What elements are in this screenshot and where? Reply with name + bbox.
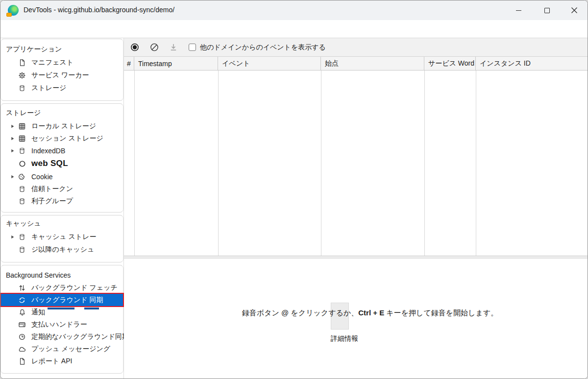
item-label: セッション ストレージ — [31, 134, 103, 143]
expander-arrow-icon[interactable] — [10, 148, 18, 153]
item-label: プッシュ メッセージング — [31, 345, 110, 354]
sidebar-section-1: ストレージローカル ストレージセッション ストレージIndexedDBweb S… — [0, 103, 123, 213]
sidebar-item-background-sync[interactable]: バックグラウンド 同期 — [1, 294, 123, 306]
show-other-domains-label: 他のドメインからのイベントを表示する — [200, 43, 326, 52]
column-divider — [476, 71, 476, 256]
record-hint-pane: 録音ボタン @ をクリックするか、Ctrl + E キーを押して録音を開始します… — [124, 259, 588, 379]
minimize-button[interactable] — [507, 0, 530, 20]
section-header: Background Services — [1, 265, 123, 282]
download-button[interactable] — [169, 43, 178, 52]
item-label: サービス ワーカー — [31, 71, 89, 80]
sidebar-item-manifest[interactable]: マニフェスト — [1, 56, 123, 69]
database-icon — [18, 185, 26, 193]
title-bar: DevTools - wicg.github.io/background-syn… — [0, 0, 588, 20]
sidebar-item-web-sql[interactable]: web SQL — [1, 157, 123, 170]
sidebar-item-indexeddb[interactable]: IndexedDB — [1, 144, 123, 157]
document-icon — [18, 357, 26, 365]
sidebar-item-payment-handler[interactable]: 支払いハンドラー — [1, 318, 123, 331]
item-label: 支払いハンドラー — [31, 320, 87, 329]
item-label: web SQL — [31, 159, 68, 168]
database-icon — [18, 233, 26, 241]
close-button[interactable] — [563, 0, 586, 20]
sidebar-item-background-fetch[interactable]: バックグラウンド フェッチ — [1, 282, 123, 294]
sidebar-item-reporting-api[interactable]: レポート API — [1, 355, 123, 367]
document-icon — [18, 59, 26, 67]
column-header-event[interactable]: イベント — [218, 57, 321, 70]
column-header-origin[interactable]: 始点 — [321, 57, 424, 70]
bell-icon — [18, 308, 26, 316]
database-icon — [18, 246, 26, 254]
clear-icon — [150, 43, 159, 52]
updown-arrows-icon — [18, 284, 26, 292]
item-label: ローカル ストレージ — [31, 122, 96, 131]
sidebar-item-trust-tokens[interactable]: 信頼トークン — [1, 183, 123, 195]
events-table-body — [124, 71, 588, 256]
clock-icon — [18, 333, 26, 341]
show-other-domains-checkbox[interactable] — [189, 44, 196, 51]
column-header-instance-id[interactable]: インスタンス ID — [476, 57, 588, 70]
section-header: アプリケーション — [1, 39, 123, 56]
item-label: ジ以降のキャッシュ — [31, 245, 94, 254]
database-icon — [18, 147, 26, 155]
column-divider — [321, 71, 321, 256]
sidebar-item-push-messaging[interactable]: プッシュ メッセージング — [1, 343, 123, 355]
maximize-button[interactable] — [536, 0, 558, 20]
window-title: DevTools - wicg.github.io/background-syn… — [24, 6, 174, 14]
item-label: キャッシュ ストレー — [31, 233, 97, 241]
sidebar-section-0: アプリケーションマニフェストサービス ワーカーストレージ — [0, 39, 123, 101]
item-label: レポート API — [31, 357, 72, 366]
sidebar-item-storage[interactable]: ストレージ — [1, 82, 123, 95]
events-table-header: #Timestampイベント始点サービス Wordインスタンス ID — [124, 56, 588, 71]
item-label: ストレージ — [31, 84, 66, 93]
sidebar-item-cache-storage[interactable]: キャッシュ ストレー — [1, 231, 123, 243]
database-icon — [18, 197, 26, 205]
item-label: マニフェスト — [31, 58, 74, 67]
column-divider — [218, 71, 219, 256]
expander-arrow-icon[interactable] — [10, 235, 18, 239]
gear-icon — [18, 71, 26, 79]
column-header-index[interactable]: # — [124, 57, 134, 70]
sidebar-section-2: キャッシュキャッシュ ストレージ以降のキャッシュ — [0, 215, 123, 262]
item-label: 通知 — [31, 308, 45, 317]
sync-icon — [18, 296, 26, 304]
record-hint-text: 録音ボタン @ をクリックするか、Ctrl + E キーを押して録音を開始します… — [124, 308, 588, 318]
download-icon — [169, 43, 178, 52]
record-button[interactable] — [130, 43, 139, 52]
maximize-icon — [544, 8, 550, 13]
learn-more-link[interactable]: 詳細情報 — [124, 334, 565, 343]
item-label: Cookie — [31, 173, 53, 181]
sidebar-item-cookies[interactable]: Cookie — [1, 170, 123, 183]
record-icon — [130, 43, 139, 52]
sidebar-item-service-worker[interactable]: サービス ワーカー — [1, 69, 123, 82]
application-sidebar: アプリケーションマニフェストサービス ワーカーストレージストレージローカル スト… — [0, 38, 124, 379]
record-at-glyph: @ — [281, 308, 289, 317]
expander-arrow-icon[interactable] — [10, 124, 18, 129]
expander-arrow-icon[interactable] — [10, 136, 18, 141]
sidebar-item-interest-groups[interactable]: 利子グループ — [1, 195, 123, 207]
column-header-service-worker[interactable]: サービス Word — [424, 57, 476, 70]
item-label: 利子グループ — [31, 197, 73, 206]
item-label: バックグラウンド フェッチ — [31, 284, 118, 292]
expander-arrow-icon[interactable] — [10, 174, 18, 179]
clear-button[interactable] — [150, 43, 159, 52]
section-header: キャッシュ — [1, 215, 123, 231]
sidebar-item-local-storage[interactable]: ローカル ストレージ — [1, 120, 123, 132]
column-header-timestamp[interactable]: Timestamp — [134, 57, 218, 70]
database-icon — [18, 84, 26, 92]
sidebar-item-periodic-background-sync[interactable]: 定期的なバックグラウンド同期 — [1, 331, 123, 343]
cookie-icon — [18, 173, 26, 181]
table-grid-icon — [18, 122, 26, 130]
events-toolbar: 他のドメインからのイベントを表示する — [124, 38, 588, 56]
item-label: 定期的なバックグラウンド同期 — [31, 332, 129, 341]
sidebar-item-back-forward-cache[interactable]: ジ以降のキャッシュ — [1, 243, 123, 256]
beta-badge — [6, 13, 12, 17]
item-label: バックグラウンド 同期 — [31, 296, 103, 305]
table-grid-icon — [18, 135, 26, 142]
sidebar-item-notifications[interactable]: 通知 — [1, 306, 123, 318]
circle-icon — [18, 160, 26, 167]
close-icon — [571, 7, 578, 14]
devtools-window: DevTools - wicg.github.io/background-syn… — [0, 0, 588, 379]
sidebar-item-session-storage[interactable]: セッション ストレージ — [1, 132, 123, 144]
hint-pre: 録音ボタン — [242, 308, 281, 317]
item-label: 信頼トークン — [31, 185, 73, 193]
